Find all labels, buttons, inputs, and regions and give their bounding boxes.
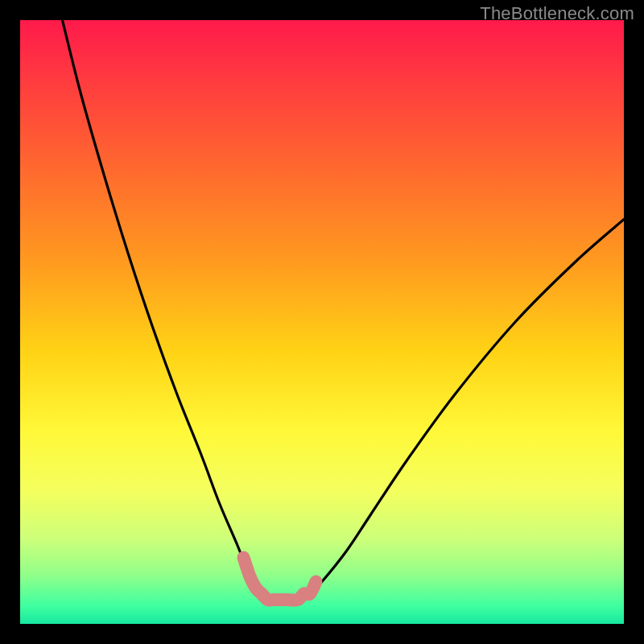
plot-area [20,20,624,624]
chart-frame: TheBottleneck.com [0,0,644,644]
watermark-text: TheBottleneck.com [480,3,634,24]
bottleneck-curve [63,20,625,601]
basin-highlight [244,558,316,601]
curve-layer [20,20,624,624]
